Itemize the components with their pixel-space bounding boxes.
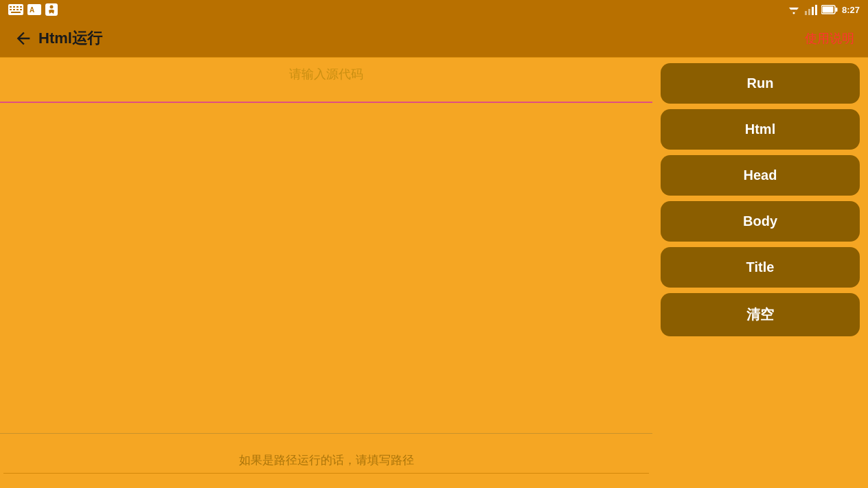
code-input-area[interactable] — [0, 58, 652, 103]
title-button[interactable]: Title — [661, 247, 860, 288]
code-content-area — [0, 103, 652, 488]
svg-rect-6 — [13, 9, 15, 10]
svg-rect-9 — [11, 12, 21, 13]
battery-icon — [821, 5, 838, 14]
svg-rect-5 — [10, 9, 12, 10]
head-button[interactable]: Head — [661, 155, 860, 196]
signal-icon — [805, 4, 817, 15]
svg-rect-7 — [16, 9, 19, 10]
svg-rect-19 — [812, 7, 814, 15]
html-button[interactable]: Html — [661, 109, 860, 150]
keyboard-icon — [8, 4, 23, 15]
svg-rect-23 — [835, 8, 837, 12]
svg-rect-17 — [805, 11, 807, 15]
svg-rect-2 — [13, 6, 15, 8]
accessibility-icon — [45, 3, 58, 16]
run-button[interactable]: Run — [661, 63, 860, 104]
path-input[interactable] — [3, 448, 649, 474]
svg-point-13 — [50, 5, 54, 9]
page-title: Html运行 — [38, 28, 102, 49]
status-bar-right-icons: 8:27 — [787, 4, 860, 15]
input-method-icon: A — [27, 4, 41, 15]
svg-rect-3 — [16, 6, 19, 8]
wifi-icon — [787, 4, 801, 15]
back-button[interactable]: Html运行 — [14, 28, 102, 49]
svg-rect-1 — [10, 6, 12, 8]
help-link[interactable]: 使用说明 — [805, 30, 854, 47]
svg-rect-8 — [20, 9, 22, 10]
status-bar: A 8:27 — [0, 0, 868, 19]
clear-button[interactable]: 清空 — [661, 293, 860, 336]
svg-point-16 — [792, 12, 795, 14]
svg-rect-22 — [822, 7, 833, 13]
svg-text:A: A — [30, 6, 34, 14]
main-layout: Run Html Head Body Title 清空 — [0, 58, 868, 488]
right-panel: Run Html Head Body Title 清空 — [652, 58, 868, 488]
svg-rect-4 — [20, 6, 22, 8]
svg-rect-18 — [808, 9, 810, 15]
time-display: 8:27 — [842, 5, 860, 15]
left-panel — [0, 58, 652, 488]
svg-rect-20 — [815, 5, 817, 15]
back-arrow-icon — [14, 29, 33, 48]
path-bar[interactable] — [0, 433, 652, 488]
code-input[interactable] — [11, 66, 641, 91]
toolbar: Html运行 使用说明 — [0, 19, 868, 58]
status-bar-left-icons: A — [8, 3, 58, 16]
body-button[interactable]: Body — [661, 201, 860, 242]
